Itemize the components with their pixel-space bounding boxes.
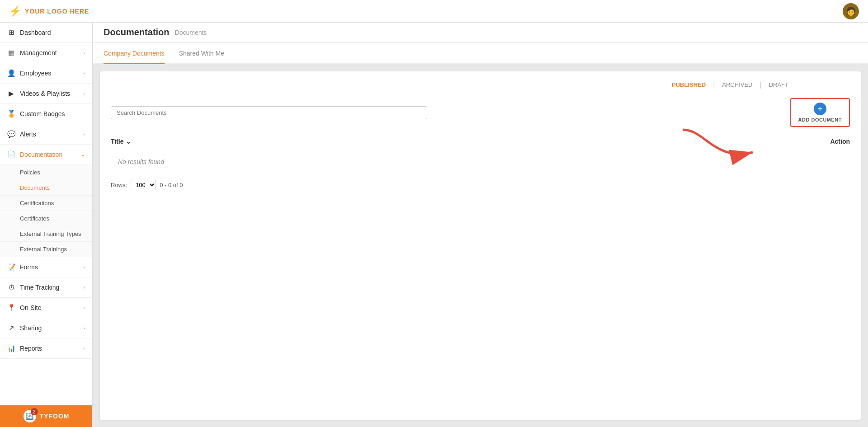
videos-icon: ▶ <box>7 89 15 98</box>
filter-published[interactable]: PUBLISHED <box>665 79 713 91</box>
tyfoom-icon: 🔄 2 <box>24 410 36 422</box>
sidebar-label-sharing: Sharing <box>20 324 42 332</box>
tyfoom-badge: 2 <box>31 408 38 415</box>
tyfoom-label: TYFOOM <box>40 413 70 420</box>
sort-icon: ⌄ <box>126 138 131 145</box>
sidebar-item-sharing[interactable]: ↗ Sharing › <box>0 318 92 338</box>
sidebar-item-reports[interactable]: 📊 Reports › <box>0 338 92 359</box>
add-document-label: ADD DOCUMENT <box>798 117 842 122</box>
submenu-documents[interactable]: Documents <box>0 180 92 196</box>
col-title[interactable]: Title ⌄ <box>111 138 131 145</box>
documentation-chevron: ⌄ <box>81 152 85 158</box>
sidebar-label-time-tracking: Time Tracking <box>20 284 59 291</box>
logo-text: YOUR LOGO HERE <box>25 8 89 15</box>
page-title: Documentation <box>104 27 170 38</box>
filter-archived[interactable]: ARCHIVED <box>715 79 760 91</box>
time-tracking-chevron: › <box>83 285 85 290</box>
videos-chevron: › <box>83 91 85 96</box>
col-action: Action <box>830 138 850 145</box>
time-tracking-icon: ⏱ <box>7 283 15 291</box>
logo-area: ⚡ YOUR LOGO HERE <box>9 5 89 17</box>
employees-chevron: › <box>83 70 85 76</box>
filter-draft[interactable]: DRAFT <box>762 79 796 91</box>
search-action-row: + ADD DOCUMENT <box>111 98 850 127</box>
main-card: PUBLISHED | ARCHIVED | DRAFT <box>100 71 861 420</box>
sharing-icon: ↗ <box>7 324 15 332</box>
forms-chevron: › <box>83 264 85 270</box>
page-header: Documentation Documents <box>93 23 868 42</box>
sidebar-item-on-site[interactable]: 📍 On-Site › <box>0 298 92 318</box>
sidebar-item-videos[interactable]: ▶ Videos & Playlists › <box>0 84 92 104</box>
submenu-external-trainings[interactable]: External Trainings <box>0 242 92 257</box>
submenu-external-training-types[interactable]: External Training Types <box>0 226 92 242</box>
rows-per-page-select[interactable]: 100 10 25 50 <box>131 180 156 190</box>
on-site-chevron: › <box>83 305 85 310</box>
sidebar-item-dashboard[interactable]: ⊞ Dashboard <box>0 23 92 43</box>
sharing-chevron: › <box>83 325 85 331</box>
management-icon: ▦ <box>7 49 15 57</box>
add-document-button[interactable]: + ADD DOCUMENT <box>790 98 850 127</box>
sidebar-label-on-site: On-Site <box>20 304 41 311</box>
sidebar: ⊞ Dashboard ▦ Management › 👤 Employees › <box>0 23 93 427</box>
documentation-submenu: Policies Documents Certifications Certif… <box>0 165 92 257</box>
sidebar-label-videos: Videos & Playlists <box>20 90 70 97</box>
sidebar-item-forms[interactable]: 📝 Forms › <box>0 257 92 277</box>
filter-tabs: PUBLISHED | ARCHIVED | DRAFT <box>111 79 850 91</box>
rows-count: 0 - 0 of 0 <box>160 182 183 188</box>
sidebar-label-documentation: Documentation <box>20 151 62 158</box>
sidebar-label-employees: Employees <box>20 70 51 77</box>
sidebar-label-reports: Reports <box>20 345 42 352</box>
sidebar-label-management: Management <box>20 49 57 56</box>
logo-icon: ⚡ <box>9 5 21 17</box>
sidebar-label-alerts: Alerts <box>20 131 36 138</box>
sidebar-item-time-tracking[interactable]: ⏱ Time Tracking › <box>0 277 92 298</box>
content-area: Documentation Documents Company Document… <box>93 23 868 427</box>
sidebar-item-custom-badges[interactable]: 🏅 Custom Badges <box>0 104 92 124</box>
alerts-icon: 💬 <box>7 130 15 138</box>
dashboard-icon: ⊞ <box>7 28 15 37</box>
employees-icon: 👤 <box>7 69 15 77</box>
no-results-text: No results found <box>111 149 850 174</box>
rows-label: Rows: <box>111 182 127 188</box>
custom-badges-icon: 🏅 <box>7 110 15 118</box>
search-input[interactable] <box>117 109 421 116</box>
breadcrumb: Documents <box>175 29 207 36</box>
sidebar-label-custom-badges: Custom Badges <box>20 110 65 117</box>
tab-shared-with-me[interactable]: Shared With Me <box>179 42 224 64</box>
sidebar-item-alerts[interactable]: 💬 Alerts › <box>0 124 92 145</box>
sidebar-item-management[interactable]: ▦ Management › <box>0 43 92 63</box>
tab-company-documents[interactable]: Company Documents <box>104 42 165 64</box>
submenu-certificates[interactable]: Certificates <box>0 211 92 226</box>
sidebar-item-employees[interactable]: 👤 Employees › <box>0 63 92 84</box>
forms-icon: 📝 <box>7 263 15 271</box>
sidebar-label-forms: Forms <box>20 263 38 271</box>
alerts-chevron: › <box>83 131 85 137</box>
reports-chevron: › <box>83 346 85 351</box>
sidebar-label-dashboard: Dashboard <box>20 29 51 36</box>
management-chevron: › <box>83 50 85 56</box>
search-input-wrap <box>111 106 427 119</box>
submenu-certifications[interactable]: Certifications <box>0 196 92 211</box>
tyfoom-bar[interactable]: 🔄 2 TYFOOM <box>0 405 93 427</box>
reports-icon: 📊 <box>7 344 15 352</box>
avatar-button[interactable]: 🧑 <box>843 3 859 19</box>
table-header-row: Title ⌄ Action <box>111 134 850 149</box>
submenu-policies[interactable]: Policies <box>0 165 92 180</box>
tabs-bar: Company Documents Shared With Me <box>93 42 868 64</box>
sidebar-item-documentation[interactable]: 📄 Documentation ⌄ <box>0 145 92 165</box>
rows-info: Rows: 100 10 25 50 0 - 0 of 0 <box>111 180 850 190</box>
on-site-icon: 📍 <box>7 304 15 312</box>
plus-circle-icon: + <box>814 103 826 115</box>
documentation-icon: 📄 <box>7 150 15 159</box>
